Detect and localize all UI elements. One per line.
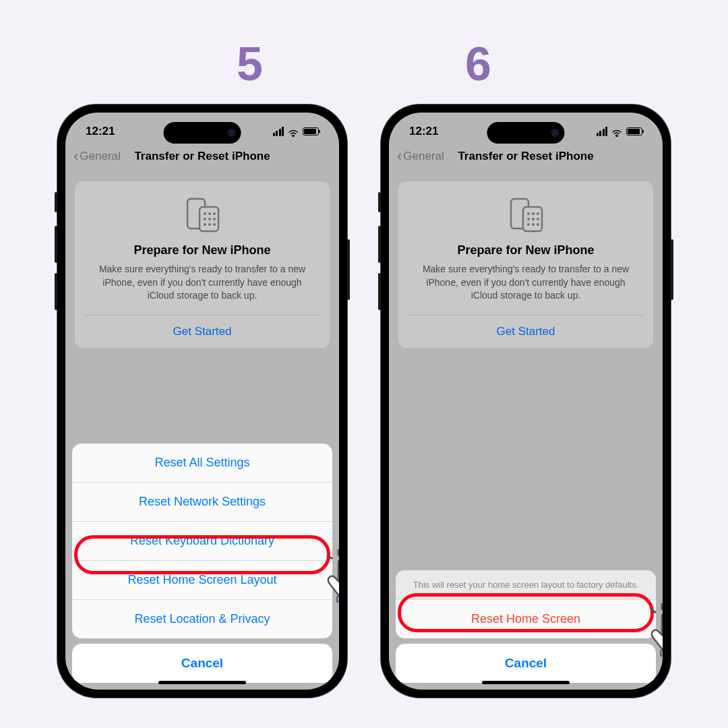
cancel-button[interactable]: Cancel: [72, 644, 332, 683]
reset-network-settings-button[interactable]: Reset Network Settings: [72, 483, 332, 522]
dynamic-island: [164, 122, 241, 144]
phone-step5: 12:21 ‹General Transfer or Reset iPhone …: [57, 104, 347, 698]
cancel-button[interactable]: Cancel: [396, 644, 656, 683]
step-number-6: 6: [465, 37, 491, 91]
reset-home-screen-layout-button[interactable]: Reset Home Screen Layout: [72, 561, 332, 600]
home-indicator[interactable]: [482, 681, 570, 684]
svg-line-12: [327, 555, 332, 559]
sheet-header: This will reset your home screen layout …: [396, 570, 656, 600]
dynamic-island: [487, 122, 565, 144]
home-indicator[interactable]: [158, 681, 246, 684]
step-number-5: 5: [237, 37, 263, 91]
svg-rect-29: [661, 650, 663, 656]
tap-pointer-icon: [642, 598, 663, 659]
svg-line-27: [650, 609, 656, 613]
reset-keyboard-dictionary-button[interactable]: Reset Keyboard Dictionary: [72, 522, 332, 561]
reset-home-screen-button[interactable]: Reset Home Screen: [396, 600, 656, 638]
action-sheet: Reset All Settings Reset Network Setting…: [72, 444, 332, 683]
svg-rect-14: [337, 597, 339, 602]
phone-step6: 12:21 ‹General Transfer or Reset iPhone …: [381, 104, 671, 698]
reset-all-settings-button[interactable]: Reset All Settings: [72, 444, 332, 483]
action-sheet: This will reset your home screen layout …: [396, 570, 656, 683]
tap-pointer-icon: [318, 544, 339, 605]
reset-location-privacy-button[interactable]: Reset Location & Privacy: [72, 600, 332, 638]
